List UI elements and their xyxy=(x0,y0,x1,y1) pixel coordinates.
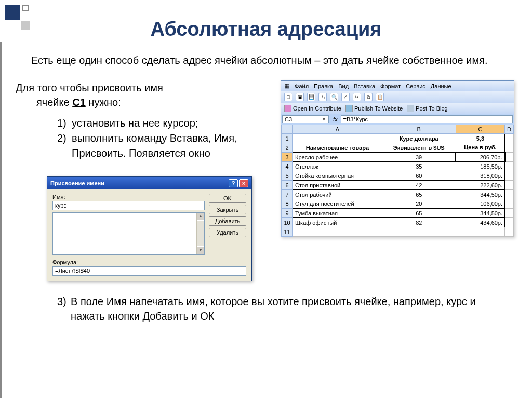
cell[interactable]: 434,60р. xyxy=(456,218,504,227)
row-header[interactable]: 4 xyxy=(282,162,293,171)
dialog-titlebar[interactable]: Присвоение имени ? × xyxy=(47,177,251,189)
cell[interactable] xyxy=(505,171,514,181)
cut-icon[interactable]: ✂ xyxy=(353,93,361,101)
cell[interactable] xyxy=(505,162,514,171)
cell[interactable]: 5,3 xyxy=(456,134,504,143)
excel-grid[interactable]: A B C D 1 Курс доллара 5,3 2 Наиме xyxy=(281,125,514,237)
cell[interactable] xyxy=(505,227,514,237)
menu-tools[interactable]: Сервис xyxy=(406,83,425,89)
cell[interactable]: 318,00р. xyxy=(456,171,504,181)
cell[interactable] xyxy=(505,153,514,162)
row-header[interactable]: 11 xyxy=(282,227,293,237)
preview-icon[interactable]: 🔍 xyxy=(330,93,338,101)
menu-insert[interactable]: Вставка xyxy=(354,83,375,89)
copy-icon[interactable]: ⧉ xyxy=(364,93,373,101)
menu-view[interactable]: Вид xyxy=(338,83,349,89)
cell[interactable]: 106,00р. xyxy=(456,199,504,209)
cell[interactable]: Кресло рабочее xyxy=(293,153,382,162)
menu-file[interactable]: Файл xyxy=(295,83,309,89)
delete-button[interactable]: Удалить xyxy=(209,228,246,237)
cell[interactable] xyxy=(505,181,514,190)
cell[interactable]: 222,60р. xyxy=(456,181,504,190)
cell[interactable]: Стул для посетителей xyxy=(293,199,382,209)
cell[interactable]: Стол рабочий xyxy=(293,190,382,199)
new-icon[interactable]: □ xyxy=(284,93,292,101)
cell[interactable]: 39 xyxy=(382,153,456,162)
cell[interactable] xyxy=(382,227,456,237)
cell[interactable]: 185,50р. xyxy=(456,162,504,171)
post-blog-button[interactable]: Post To Blog xyxy=(407,105,448,112)
cell[interactable]: Шкаф офисный xyxy=(293,218,382,227)
cell[interactable]: 65 xyxy=(382,209,456,218)
selected-cell[interactable]: 206,70р. xyxy=(456,153,504,162)
row-header[interactable]: 9 xyxy=(282,209,293,218)
cell[interactable]: Стеллаж xyxy=(293,162,382,171)
cell[interactable]: Курс доллара xyxy=(382,134,456,143)
scrollbar[interactable]: ▲ ▼ xyxy=(196,213,204,254)
publish-website-button[interactable]: Publish To Website xyxy=(345,105,403,112)
col-header-a[interactable]: A xyxy=(293,125,382,134)
menu-edit[interactable]: Правка xyxy=(314,83,333,89)
row-header[interactable]: 8 xyxy=(282,199,293,209)
help-icon[interactable]: ? xyxy=(229,179,238,187)
cell[interactable]: 344,50р. xyxy=(456,190,504,199)
save-icon[interactable]: 💾 xyxy=(307,93,315,101)
cell[interactable]: 65 xyxy=(382,190,456,199)
paste-icon[interactable]: 📋 xyxy=(376,93,384,101)
scroll-up-icon[interactable]: ▲ xyxy=(197,213,204,221)
open-icon[interactable]: ▣ xyxy=(296,93,304,101)
row-header[interactable]: 5 xyxy=(282,171,293,181)
chevron-down-icon[interactable]: ▼ xyxy=(322,117,326,122)
cell[interactable] xyxy=(505,134,514,143)
spell-icon[interactable]: ✓ xyxy=(341,93,350,101)
name-input[interactable] xyxy=(52,201,205,210)
cell[interactable] xyxy=(293,227,382,237)
cell[interactable]: Стол приставной xyxy=(293,181,382,190)
row-header[interactable]: 1 xyxy=(282,134,293,143)
select-all-corner[interactable] xyxy=(282,125,293,134)
names-listbox[interactable]: ▲ ▼ xyxy=(52,212,205,255)
cell[interactable]: 82 xyxy=(382,218,456,227)
fx-icon[interactable]: fx xyxy=(330,116,341,122)
row-header[interactable]: 2 xyxy=(282,143,293,153)
cell[interactable]: 35 xyxy=(382,162,456,171)
ok-button[interactable]: OK xyxy=(209,194,246,203)
cell[interactable]: 42 xyxy=(382,181,456,190)
cell[interactable] xyxy=(505,190,514,199)
cell[interactable] xyxy=(456,227,504,237)
col-header-b[interactable]: B xyxy=(382,125,456,134)
cell[interactable] xyxy=(505,199,514,209)
col-header-d[interactable]: D xyxy=(505,125,514,134)
cell[interactable] xyxy=(505,143,514,153)
row-header[interactable]: 3 xyxy=(282,153,293,162)
steps-list: 1)установить на нее курсор; 2)выполнить … xyxy=(16,116,270,161)
cell[interactable] xyxy=(293,134,382,143)
print-icon[interactable]: ⎙ xyxy=(318,93,327,101)
scroll-down-icon[interactable]: ▼ xyxy=(197,246,204,254)
row-header[interactable]: 6 xyxy=(282,181,293,190)
add-button[interactable]: Добавить xyxy=(209,216,246,226)
menu-format[interactable]: Формат xyxy=(380,83,401,89)
cell[interactable]: Цена в руб. xyxy=(456,143,504,153)
name-box[interactable]: C3 ▼ xyxy=(282,115,329,123)
cell[interactable] xyxy=(505,218,514,227)
cell[interactable]: 20 xyxy=(382,199,456,209)
cell[interactable]: Тумба выкатная xyxy=(293,209,382,218)
open-contribute-button[interactable]: Open In Contribute xyxy=(284,105,341,112)
close-button[interactable]: Закрыть xyxy=(209,205,246,214)
close-icon[interactable]: × xyxy=(239,179,248,187)
side-divider xyxy=(0,42,2,398)
row-header[interactable]: 10 xyxy=(282,218,293,227)
row-header[interactable]: 7 xyxy=(282,190,293,199)
formula-input[interactable] xyxy=(52,266,246,276)
cell[interactable]: 344,50р. xyxy=(456,209,504,218)
step-3: 3) В поле Имя напечатать имя, которое вы… xyxy=(31,294,501,323)
cell[interactable]: Наименование товара xyxy=(293,143,382,153)
col-header-c[interactable]: C xyxy=(456,125,504,134)
cell[interactable]: 60 xyxy=(382,171,456,181)
cell[interactable] xyxy=(505,209,514,218)
cell[interactable]: Стойка компьютерная xyxy=(293,171,382,181)
cell[interactable]: Эквивалент в $US xyxy=(382,143,456,153)
menu-data[interactable]: Данные xyxy=(431,83,451,89)
formula-input[interactable]: =B3*Курс xyxy=(341,115,513,123)
